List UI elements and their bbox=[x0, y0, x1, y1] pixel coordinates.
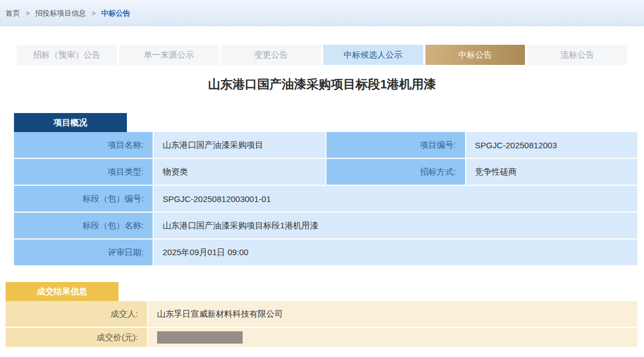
table-row: 标段（包）编号: SPGJC-20250812003001-01 bbox=[14, 186, 637, 212]
field-label-project-name: 项目名称: bbox=[14, 132, 153, 158]
field-value-section-number: SPGJC-20250812003001-01 bbox=[154, 186, 637, 212]
field-value-project-number: SPGJC-20250812003 bbox=[466, 132, 638, 158]
breadcrumb-separator: > bbox=[92, 10, 96, 17]
breadcrumb-separator: > bbox=[26, 10, 30, 17]
field-label-review-date: 评审日期: bbox=[14, 239, 153, 265]
field-label-project-number: 项目编号: bbox=[326, 132, 465, 158]
top-banner: 首页 > 招投标项目信息 > 中标公告 bbox=[0, 0, 644, 26]
tab-prequalification-notice[interactable]: 招标（预审）公告 bbox=[17, 45, 117, 65]
project-overview-table: 项目名称: 山东港口国产油漆采购项目 项目编号: SPGJC-202508120… bbox=[14, 132, 637, 265]
section-header-result-info: 成交结果信息 bbox=[6, 282, 119, 301]
field-label-project-type: 项目类型: bbox=[14, 159, 153, 185]
table-row: 评审日期: 2025年09月01日 09:00 bbox=[14, 239, 637, 265]
field-value-section-name: 山东港口国产油漆采购项目标段1港机用漆 bbox=[154, 213, 637, 238]
result-info-table: 成交人: 山东孚日宣威新材料科技有限公司 成交价(元): bbox=[6, 301, 637, 347]
field-label-section-name: 标段（包）名称: bbox=[14, 213, 153, 238]
field-label-bidding-method: 招标方式: bbox=[326, 159, 465, 185]
field-label-winner: 成交人: bbox=[6, 301, 147, 327]
tab-change-notice[interactable]: 变更公告 bbox=[221, 45, 321, 65]
field-label-winning-price: 成交价(元): bbox=[6, 328, 147, 347]
field-value-winner: 山东孚日宣威新材料科技有限公司 bbox=[148, 301, 637, 327]
field-value-project-name: 山东港口国产油漆采购项目 bbox=[154, 132, 325, 158]
breadcrumb-bidding-info[interactable]: 招投标项目信息 bbox=[35, 8, 86, 18]
table-row: 项目类型: 物资类 招标方式: 竞争性磋商 bbox=[14, 159, 637, 185]
table-row: 成交人: 山东孚日宣威新材料科技有限公司 bbox=[6, 301, 637, 327]
tab-winning-candidates[interactable]: 中标候选人公示 bbox=[323, 45, 423, 65]
tab-single-source[interactable]: 单一来源公示 bbox=[119, 45, 219, 65]
breadcrumb-award-notice[interactable]: 中标公告 bbox=[101, 8, 130, 18]
redacted-price-value bbox=[157, 331, 243, 344]
field-value-bidding-method: 竞争性磋商 bbox=[466, 159, 638, 185]
table-row: 成交价(元): bbox=[6, 328, 637, 347]
page-title: 山东港口国产油漆采购项目标段1港机用漆 bbox=[0, 76, 644, 93]
field-value-review-date: 2025年09月01日 09:00 bbox=[154, 239, 637, 265]
tab-failed-bid-notice[interactable]: 流标公告 bbox=[527, 45, 627, 65]
table-row: 标段（包）名称: 山东港口国产油漆采购项目标段1港机用漆 bbox=[14, 213, 637, 238]
category-tab-bar: 招标（预审）公告 单一来源公示 变更公告 中标候选人公示 中标公告 流标公告 bbox=[17, 45, 627, 65]
field-value-winning-price bbox=[148, 328, 637, 347]
breadcrumb-home[interactable]: 首页 bbox=[6, 8, 20, 18]
field-value-project-type: 物资类 bbox=[154, 159, 325, 185]
table-row: 项目名称: 山东港口国产油漆采购项目 项目编号: SPGJC-202508120… bbox=[14, 132, 637, 158]
field-label-section-number: 标段（包）编号: bbox=[14, 186, 153, 212]
breadcrumb: 首页 > 招投标项目信息 > 中标公告 bbox=[6, 8, 130, 18]
tab-award-notice[interactable]: 中标公告 bbox=[425, 45, 525, 65]
section-header-project-overview: 项目概况 bbox=[14, 113, 127, 132]
